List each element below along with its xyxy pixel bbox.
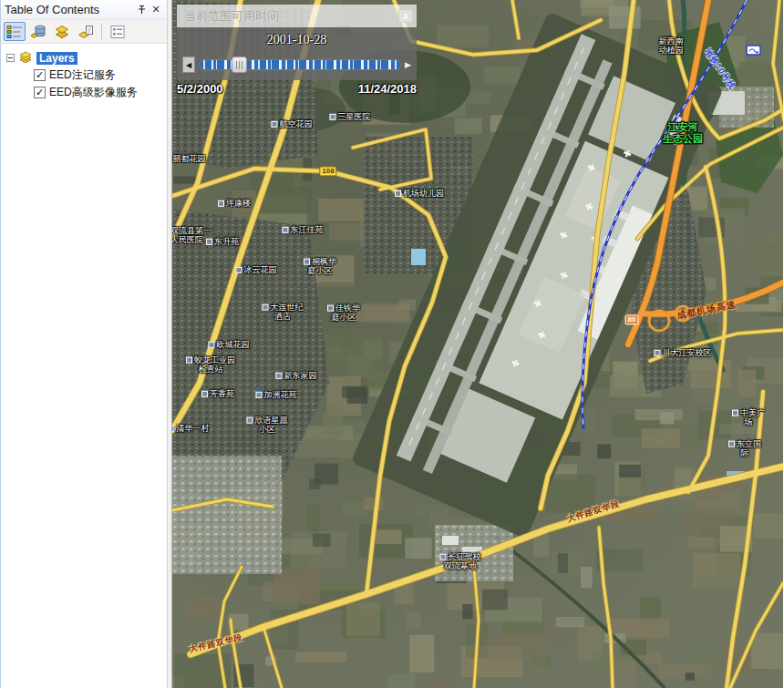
map-view[interactable]: 江安河 生态公园新西南 动植园成都机场高速大件路双华段大件路双华段地铁10号线1… xyxy=(172,0,783,688)
blue-roof-building xyxy=(411,249,426,265)
options-icon[interactable] xyxy=(107,22,129,41)
time-slider-window: 当前范围可用时间 x 2001-10-28 ◀ ▶ 5/2/2000 11/24… xyxy=(177,5,417,96)
toc-toolbar xyxy=(1,20,167,44)
toolbar-separator xyxy=(101,24,102,39)
close-icon[interactable]: ✕ xyxy=(149,3,163,17)
list-by-visibility-icon[interactable] xyxy=(51,22,73,41)
layers-children: ✓ EED注记服务 ✓ EED高级影像服务 xyxy=(6,67,167,101)
time-slider-track[interactable] xyxy=(199,59,401,70)
arcmap-window: Table Of Contents ✕ xyxy=(0,0,784,688)
layer-checkbox-imagery[interactable]: ✓ xyxy=(34,87,46,98)
range-end-label: 11/24/2018 xyxy=(358,82,417,96)
current-date-label: 2001-10-28 xyxy=(182,33,411,47)
list-by-drawing-order-icon[interactable] xyxy=(4,22,26,41)
metro-station-icon xyxy=(747,46,760,55)
step-forward-button[interactable]: ▶ xyxy=(405,60,411,69)
list-by-selection-icon[interactable] xyxy=(75,22,97,41)
time-slider-body: 2001-10-28 ◀ ▶ xyxy=(177,27,417,80)
list-by-source-icon[interactable] xyxy=(27,22,49,41)
layer-label-annotation[interactable]: EED注记服务 xyxy=(49,67,116,83)
layer-checkbox-annotation[interactable]: ✓ xyxy=(34,69,46,81)
layers-root-row[interactable]: Layers xyxy=(6,49,167,67)
collapse-icon[interactable] xyxy=(6,54,15,62)
pin-icon[interactable] xyxy=(134,3,149,17)
range-start-label: 5/2/2000 xyxy=(177,82,223,96)
toc-header: Table Of Contents ✕ xyxy=(1,0,167,20)
table-of-contents-panel: Table Of Contents ✕ xyxy=(0,0,167,688)
layer-row-annotation: ✓ EED注记服务 xyxy=(34,67,167,84)
time-slider-close-icon[interactable]: x xyxy=(398,9,413,23)
step-back-button[interactable]: ◀ xyxy=(182,56,195,73)
layers-root-label[interactable]: Layers xyxy=(36,52,77,65)
time-slider-thumb[interactable] xyxy=(232,56,247,73)
toc-title: Table Of Contents xyxy=(5,3,134,16)
time-slider-title: 当前范围可用时间 xyxy=(184,8,398,25)
layers-icon xyxy=(18,51,33,66)
toc-tree: Layers ✓ EED注记服务 ✓ EED高级影像服务 xyxy=(1,44,167,688)
layer-row-imagery: ✓ EED高级影像服务 xyxy=(34,84,167,101)
layer-label-imagery[interactable]: EED高级影像服务 xyxy=(49,85,138,100)
satellite-basemap xyxy=(172,0,783,688)
time-slider-titlebar[interactable]: 当前范围可用时间 x xyxy=(177,5,417,27)
